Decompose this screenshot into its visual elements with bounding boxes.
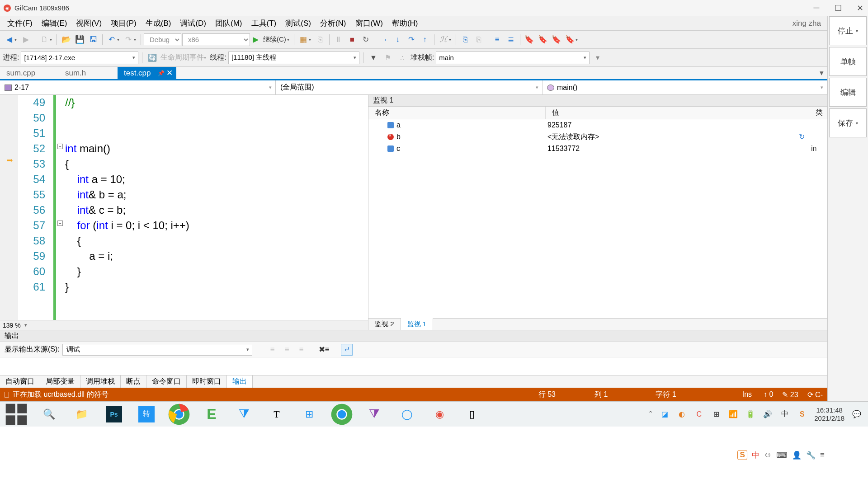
tray-expand-icon[interactable]: ˄ <box>649 410 652 418</box>
thread-select[interactable]: [11180] 主线程 <box>228 52 359 64</box>
step-out-button[interactable]: ↑ <box>419 33 431 46</box>
step-over-button[interactable]: ↷ <box>405 33 418 46</box>
output-btn-3[interactable]: ≡ <box>296 344 307 356</box>
zoom-dropdown-icon[interactable]: ▾ <box>24 322 27 328</box>
step-into-button[interactable]: ↓ <box>392 33 404 46</box>
ime-menu-icon[interactable]: ≡ <box>820 450 825 460</box>
ime-tray-icon[interactable]: 中 <box>780 409 790 419</box>
output-clear-button[interactable]: ✖≡ <box>318 344 330 356</box>
indent-button[interactable]: ≡ <box>491 33 504 46</box>
stop-button[interactable]: ■ <box>346 33 359 46</box>
bottom-tab-locals[interactable]: 局部变量 <box>40 375 80 388</box>
scope-project-select[interactable]: 2-17 <box>0 80 276 94</box>
watch-header-value[interactable]: 值 <box>546 107 809 119</box>
menu-test[interactable]: 测试(S) <box>281 16 316 30</box>
restart-button[interactable]: ↻ <box>359 33 372 46</box>
tab-sum-cpp[interactable]: sum.cpp <box>0 67 59 79</box>
continue-button[interactable]: ▶ <box>251 33 260 46</box>
nav-forward-button[interactable]: ▶ <box>19 33 32 46</box>
status-upload[interactable]: ↑ 0 <box>764 390 773 399</box>
fold-toggle[interactable]: − <box>57 144 63 149</box>
text-button[interactable]: T <box>260 402 293 427</box>
redo-button[interactable]: ↷ <box>122 33 135 46</box>
pin-icon[interactable]: 📌 <box>158 70 165 76</box>
watch-row[interactable]: c11533772in <box>368 143 827 155</box>
app-button-2[interactable]: ⊞ <box>293 402 326 427</box>
fold-toggle[interactable]: − <box>57 221 63 226</box>
menu-debug[interactable]: 调试(D) <box>175 16 211 30</box>
output-btn-1[interactable]: ≡ <box>267 344 278 356</box>
close-tab-icon[interactable]: ✕ <box>166 68 173 78</box>
refresh-icon[interactable]: ↻ <box>799 132 805 142</box>
app-button-3[interactable]: ◯ <box>391 402 423 427</box>
find-button[interactable]: ⎘ <box>459 33 472 46</box>
vscode-button[interactable]: ⧩ <box>228 402 260 427</box>
comment-button[interactable]: ⎘ <box>472 33 485 46</box>
zoom-level[interactable]: 139 % <box>3 322 21 329</box>
user-name[interactable]: xing zha <box>793 19 825 28</box>
next-bookmark-button[interactable]: 🔖 <box>537 33 549 46</box>
menu-team[interactable]: 团队(M) <box>211 16 246 30</box>
sogou-tray-icon[interactable]: S <box>797 409 807 419</box>
menu-help[interactable]: 帮助(H) <box>387 16 423 30</box>
new-file-button[interactable]: 🗋 <box>38 33 51 46</box>
ime-sogou-icon[interactable]: S <box>737 450 747 460</box>
gifcam-frame-button[interactable]: 单帧 <box>829 47 867 76</box>
close-button[interactable]: ✕ <box>855 4 864 13</box>
undo-button[interactable]: ↶ <box>105 33 118 46</box>
menu-build[interactable]: 生成(B) <box>141 16 176 30</box>
scope-function-select[interactable]: main() <box>542 80 827 94</box>
scope-file-select[interactable]: (全局范围) <box>276 80 542 94</box>
config-select[interactable]: Debug <box>144 33 181 46</box>
ime-lang-icon[interactable]: 中 <box>752 450 760 460</box>
watch-header-type[interactable]: 类 <box>809 107 827 119</box>
tray-icon-4[interactable]: ⊞ <box>711 409 721 419</box>
clock[interactable]: 16:31:48 2021/2/18 <box>814 406 844 422</box>
app-button-1[interactable]: 转 <box>138 406 155 422</box>
status-source-control[interactable]: ⟳ C- <box>807 390 823 399</box>
process-select[interactable]: [17148] 2-17.exe <box>21 52 138 64</box>
filter-button[interactable]: ▼ <box>367 52 380 64</box>
save-all-button[interactable]: 🖫 <box>87 33 99 46</box>
menu-file[interactable]: 文件(F) <box>3 16 37 30</box>
tray-icon-3[interactable]: C <box>694 409 704 419</box>
ime-user-icon[interactable]: 👤 <box>792 450 802 460</box>
gifcam-taskbar-button[interactable]: ◉ <box>423 402 456 427</box>
watch-header-name[interactable]: 名称 <box>368 107 546 119</box>
fold-gutter[interactable]: − − <box>56 95 65 320</box>
stackframe-select[interactable]: main <box>436 52 590 64</box>
tab-overflow-button[interactable]: ▾ <box>816 67 827 79</box>
notifications-icon[interactable]: 💬 <box>852 409 862 419</box>
open-button[interactable]: 📂 <box>60 33 72 46</box>
menu-tools[interactable]: 工具(T) <box>247 16 281 30</box>
tray-icon-1[interactable]: ◪ <box>660 409 670 419</box>
vs-button[interactable]: ⧩ <box>358 402 391 427</box>
chrome2-button[interactable] <box>326 402 358 427</box>
menu-view[interactable]: 视图(V) <box>71 16 106 30</box>
output-wrap-button[interactable]: ⤶ <box>341 344 353 356</box>
watch-tab-1[interactable]: 监视 1 <box>401 318 434 330</box>
search-button[interactable]: 🔍 <box>33 402 65 427</box>
photoshop-button[interactable]: Ps <box>106 406 122 422</box>
menu-project[interactable]: 项目(P) <box>106 16 141 30</box>
platform-select[interactable]: x86 <box>182 33 250 46</box>
code-content[interactable]: //}int main(){ int a = 10; int& b = a; i… <box>65 95 368 320</box>
gifcam-edit-button[interactable]: 编辑 <box>829 78 867 107</box>
watch-row[interactable]: a925187 <box>368 119 827 131</box>
pause-button[interactable]: ⏸ <box>332 33 345 46</box>
menu-window[interactable]: 窗口(W) <box>351 16 387 30</box>
output-source-select[interactable]: 调试 <box>62 344 252 356</box>
script-button[interactable]: ⎘ <box>314 33 326 46</box>
explorer-button[interactable]: 📁 <box>65 402 98 427</box>
clear-bookmark-button[interactable]: 🔖 <box>564 33 576 46</box>
overflow-button[interactable]: ▾ <box>591 52 604 64</box>
bottom-tab-callstack[interactable]: 调用堆栈 <box>80 375 121 388</box>
outdent-button[interactable]: ≣ <box>505 33 517 46</box>
bottom-tab-immediate[interactable]: 即时窗口 <box>187 375 227 388</box>
bookmark-button[interactable]: 🔖 <box>523 33 536 46</box>
save-button[interactable]: 💾 <box>73 33 86 46</box>
ime-tool-icon[interactable]: 🔧 <box>806 450 816 460</box>
output-btn-2[interactable]: ≡ <box>281 344 293 356</box>
nav-back-button[interactable]: ◀ <box>3 33 15 46</box>
bottom-tab-breakpoints[interactable]: 断点 <box>121 375 146 388</box>
